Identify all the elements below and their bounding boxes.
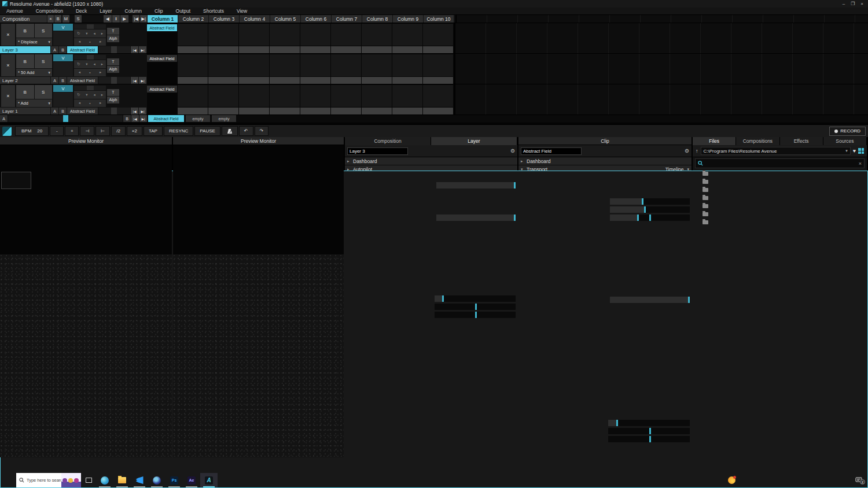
scale-slider[interactable] [435, 295, 516, 302]
empty-clip-cell[interactable] [239, 85, 269, 114]
crossfader-a-button[interactable]: A [0, 115, 8, 122]
empty-clip-cell[interactable] [362, 24, 392, 53]
layer2-active-clip-name[interactable]: Abstract Field [67, 77, 98, 84]
layer1-active-clip-name[interactable]: Abstract Field [67, 108, 98, 114]
layer3-transport-controls[interactable]: ◂▪▸ [74, 38, 106, 46]
menu-deck[interactable]: Deck [69, 8, 93, 14]
redo-button[interactable]: ↷ [255, 126, 269, 136]
layer-settings-gear-icon[interactable]: ⚙ [510, 148, 515, 154]
layer2-video-button[interactable]: V [53, 54, 73, 61]
clip-scale-slider[interactable] [608, 420, 690, 426]
menu-avenue[interactable]: Avenue [0, 8, 30, 14]
path-select[interactable]: C:\Program Files\Resolume Avenue▾ [701, 147, 851, 155]
layer1-transition-button[interactable]: T [107, 89, 119, 96]
skip-back-button[interactable]: |◀ [133, 15, 139, 23]
clip-section-dashboard[interactable]: ▸Dashboard [518, 157, 692, 165]
menu-composition[interactable]: Composition [30, 8, 69, 14]
layer1-clip-progress[interactable] [98, 108, 130, 114]
empty-clip-cell[interactable] [392, 85, 422, 114]
layer2-solo-button[interactable]: S [35, 54, 53, 68]
empty-clip-cell[interactable] [208, 24, 238, 53]
crossfader-skip-fwd[interactable]: ▶| [139, 115, 147, 122]
column2-footer-clip[interactable]: empty [186, 115, 210, 122]
layer1-b-button[interactable]: B [59, 108, 67, 114]
layer1-skip-fwd[interactable]: ▶| [139, 108, 146, 114]
column3-footer-clip[interactable]: empty [212, 115, 236, 122]
clip-anchor-slider[interactable] [608, 436, 690, 442]
crossfader-b-button[interactable]: B [123, 115, 131, 122]
layer2-clip-progress[interactable] [98, 77, 130, 84]
rotation-slider[interactable] [435, 304, 516, 310]
pause-button[interactable]: PAUSE [194, 126, 220, 136]
column-header-4[interactable]: Column 4 [240, 15, 270, 23]
menu-clip[interactable]: Clip [148, 8, 170, 14]
taskbar-media-sphere-icon[interactable] [148, 473, 165, 487]
undo-button[interactable]: ↶ [239, 126, 253, 136]
tab-files[interactable]: Files [693, 137, 736, 145]
octaves-slider[interactable] [610, 198, 690, 205]
taskbar-resolume-icon[interactable]: A [200, 473, 218, 487]
layer1-bypass-button[interactable]: B [16, 85, 34, 99]
layer3-clip-progress[interactable] [98, 46, 130, 53]
layer1-video-button[interactable]: V [53, 85, 73, 92]
menu-shortcuts[interactable]: Shortcuts [197, 8, 230, 14]
column-header-1[interactable]: Column 1 [148, 15, 178, 23]
composition-clear-button[interactable]: × [47, 15, 54, 23]
empty-clip-cell[interactable] [331, 24, 361, 53]
layer2-name[interactable]: Layer 2 [0, 77, 50, 84]
column-header-9[interactable]: Column 9 [393, 15, 423, 23]
empty-clip-cell[interactable] [239, 54, 269, 84]
clip-rotation-slider[interactable] [608, 428, 690, 434]
menu-output[interactable]: Output [170, 8, 197, 14]
layer3-alpha-button[interactable]: Alph [107, 35, 119, 42]
layer3-transition-button[interactable]: T [107, 28, 119, 35]
resync-button[interactable]: RESYNC [164, 126, 193, 136]
clip-name-input[interactable]: Abstract Field [521, 147, 582, 155]
empty-clip-cell[interactable] [270, 54, 300, 84]
taskbar-vscode-icon[interactable] [131, 473, 148, 487]
layer-name-input[interactable]: Layer 3 [347, 147, 408, 155]
maximize-button[interactable]: ❐ [851, 1, 855, 6]
empty-clip-cell[interactable] [178, 85, 208, 114]
layer3-video-button[interactable]: V [53, 24, 73, 31]
opacity-slider[interactable] [436, 215, 516, 221]
empty-clip-cell[interactable] [392, 24, 422, 53]
layer1-a-button[interactable]: A [51, 108, 58, 114]
taskbar-photoshop-icon[interactable]: Ps [165, 473, 183, 487]
layer3-clear-button[interactable]: × [1, 24, 15, 46]
empty-clip-cell[interactable] [300, 24, 330, 53]
layer1-name[interactable]: Layer 1 [0, 108, 50, 114]
layer2-bypass-button[interactable]: B [16, 54, 34, 68]
column-header-6[interactable]: Column 6 [301, 15, 331, 23]
clip-cell-layer3-col1[interactable]: Abstract Field [147, 24, 177, 53]
clip-settings-gear-icon[interactable]: ⚙ [685, 148, 689, 154]
clip-cell-layer2-col1[interactable]: Abstract Field [147, 54, 177, 84]
layer1-clear-button[interactable]: × [1, 85, 15, 107]
layer2-transition-button[interactable]: T [107, 58, 119, 65]
density-slider[interactable] [610, 215, 690, 221]
notification-center-button[interactable]: 2 [855, 477, 865, 483]
minimize-button[interactable]: – [843, 1, 845, 6]
empty-clip-cell[interactable] [270, 85, 300, 114]
layer2-clear-button[interactable]: × [1, 54, 15, 76]
layer3-blend-select[interactable]: * Displace▾ [16, 38, 52, 46]
taskbar-aftereffects-icon[interactable]: Ae [183, 473, 200, 487]
empty-clip-cell[interactable] [239, 24, 269, 53]
empty-clip-cell[interactable] [208, 54, 238, 84]
composition-tab[interactable]: Composition [0, 15, 47, 23]
menu-view[interactable]: View [230, 8, 253, 14]
layer3-name[interactable]: Layer 3 [0, 46, 50, 53]
close-button[interactable]: × [860, 1, 863, 6]
tab-sources[interactable]: Sources [823, 137, 867, 145]
taskbar-edge-icon[interactable] [96, 473, 113, 487]
empty-clip-cell[interactable] [270, 24, 300, 53]
layer3-bypass-button[interactable]: B [16, 24, 34, 38]
empty-clip-cell[interactable] [331, 54, 361, 84]
clip-cell-layer1-col1[interactable]: Abstract Field [147, 85, 177, 114]
clip-opacity-slider[interactable] [610, 297, 690, 303]
layer3-skip-back[interactable]: |◀ [131, 46, 138, 53]
column-header-5[interactable]: Column 5 [270, 15, 300, 23]
column-header-3[interactable]: Column 3 [209, 15, 239, 23]
layer3-active-clip-name[interactable]: Abstract Field [67, 46, 98, 53]
empty-clip-cell[interactable] [362, 85, 392, 114]
